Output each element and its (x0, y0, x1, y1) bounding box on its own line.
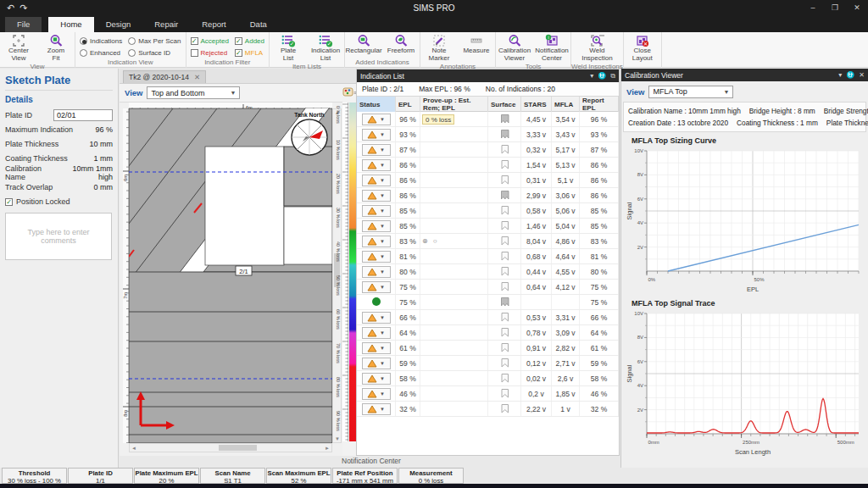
status-warning-button[interactable]: ▼ (362, 190, 391, 202)
status-warning-button[interactable]: ▼ (362, 312, 391, 324)
checkbox-icon[interactable]: ✓ (235, 49, 242, 57)
plate-id-input[interactable] (53, 109, 113, 121)
comments-input[interactable]: Type here to enter comments (5, 213, 112, 260)
indication-row[interactable]: ▼96 %0 % loss4,45 v3,54 v96 % (357, 112, 619, 127)
measure-button[interactable]: Measure (458, 33, 495, 55)
indication-row[interactable]: ▼86 %0,31 v5,1 v86 % (357, 173, 619, 188)
status-warning-button[interactable]: ▼ (362, 144, 391, 156)
horizontal-scrollbar[interactable]: ◄ ► (129, 443, 332, 452)
pin-icon[interactable]: ⛎ (598, 72, 606, 80)
note-marker-button[interactable]: NoteMarker (420, 33, 458, 63)
redo-icon[interactable]: ↷ (19, 3, 27, 14)
status-warning-button[interactable]: ▼ (362, 327, 391, 339)
plate-list-button[interactable]: ✓PlateList (270, 33, 307, 63)
zoom-fit-button[interactable]: ZoomFit (37, 33, 75, 63)
close-layout-button[interactable]: ✕CloseLayout (624, 33, 661, 63)
status-warning-button[interactable]: ▼ (362, 114, 391, 125)
indication-row[interactable]: ▼46 %0,2 v1,85 v46 % (357, 386, 619, 402)
tab-data[interactable]: Data (238, 17, 279, 32)
popout-icon[interactable]: ⧉ (610, 72, 615, 80)
freeform-button[interactable]: Freeform (382, 33, 420, 55)
undo-icon[interactable]: ↶ (7, 3, 14, 14)
notification-center-button[interactable]: iNotificationCenter (533, 33, 570, 63)
radio-icon[interactable] (80, 49, 87, 57)
plate-sketch-canvas[interactable]: 2/1 Tank North (129, 108, 332, 443)
status-warning-button[interactable]: ▼ (362, 342, 391, 354)
rectangular-button[interactable]: Rectangular (345, 33, 382, 55)
column-header-mfla[interactable]: MFLA (552, 97, 580, 112)
tab-report[interactable]: Report (190, 17, 238, 32)
column-header-report-epl[interactable]: Report EPL (580, 97, 619, 112)
checkbox-icon[interactable]: ✓ (191, 37, 198, 45)
indication-row[interactable]: ▼61 %0,91 v2,82 v61 % (357, 341, 619, 356)
position-locked-checkbox[interactable]: ✓ (5, 198, 13, 206)
checkbox-rejected[interactable]: Rejected (191, 49, 229, 57)
tab-file[interactable]: File (5, 17, 42, 32)
panel-menu-icon[interactable]: ▾ (838, 71, 842, 79)
column-header-surface[interactable]: Surface (488, 97, 521, 112)
status-warning-button[interactable]: ▼ (362, 220, 391, 232)
indication-row[interactable]: ▼87 %0,32 v5,17 v87 % (357, 142, 619, 158)
checkbox-added[interactable]: ✓Added (235, 37, 264, 45)
column-header-status[interactable]: Status (357, 97, 396, 112)
radio-icon[interactable] (80, 37, 87, 45)
indication-list-button[interactable]: ✓IndicationList (307, 33, 344, 63)
column-header-stars[interactable]: STARS (521, 97, 552, 112)
indication-row[interactable]: ▼85 %0,58 v5,06 v85 % (357, 203, 619, 219)
tab-home[interactable]: Home (48, 17, 93, 32)
radio-indications[interactable]: Indications (80, 37, 122, 45)
palette-icon[interactable]: ≡ (342, 86, 356, 99)
indication-row[interactable]: ▼80 %0,44 v4,55 v80 % (357, 264, 619, 280)
pin-icon[interactable]: ⛎ (846, 71, 854, 79)
indication-row[interactable]: ▼86 %2,99 v3,06 v86 % (357, 188, 619, 203)
indication-row[interactable]: ▼86 %1,54 v5,13 v86 % (357, 158, 619, 173)
checkbox-mfla[interactable]: ✓MFLA (235, 49, 264, 57)
indication-row[interactable]: ▼75 %0,64 v4,12 v75 % (357, 280, 619, 295)
status-warning-button[interactable]: ▼ (362, 266, 391, 278)
close-panel-icon[interactable]: ✕ (859, 71, 865, 79)
notification-center-bar[interactable]: Notification Center (120, 456, 620, 468)
indication-row[interactable]: ▼64 %0,78 v3,09 v64 % (357, 325, 619, 341)
minimize-button[interactable]: – (802, 0, 824, 15)
radio-icon[interactable] (128, 49, 136, 57)
document-tab-close-icon[interactable]: ✕ (194, 73, 200, 81)
checkbox-icon[interactable] (191, 49, 198, 57)
status-warning-button[interactable]: ▼ (362, 403, 391, 415)
radio-enhanced[interactable]: Enhanced (80, 49, 122, 57)
radio-max-per-scan[interactable]: Max Per Scan (128, 37, 181, 45)
indication-row[interactable]: 75 %75 % (357, 295, 619, 310)
close-button[interactable]: ✕ (846, 0, 868, 15)
checkbox-icon[interactable]: ✓ (235, 37, 242, 45)
tab-repair[interactable]: Repair (142, 17, 190, 32)
indication-row[interactable]: ▼93 %3,33 v3,43 v93 % (357, 127, 619, 142)
status-warning-button[interactable]: ▼ (362, 251, 391, 263)
view-mode-select[interactable]: Top and Bottom▼ (147, 86, 240, 99)
radio-icon[interactable] (128, 37, 136, 45)
indication-row[interactable]: ▼32 %2,22 v1 v32 % (357, 402, 619, 417)
status-warning-button[interactable]: ▼ (362, 159, 391, 171)
status-warning-button[interactable]: ▼ (362, 281, 391, 293)
indication-row[interactable]: ▼59 %0,12 v2,71 v59 % (357, 356, 619, 371)
indication-row[interactable]: ▼81 %0,68 v4,64 v81 % (357, 249, 619, 264)
tab-design[interactable]: Design (94, 17, 143, 32)
status-warning-button[interactable]: ▼ (362, 358, 391, 369)
status-warning-button[interactable]: ▼ (362, 175, 391, 186)
status-warning-button[interactable]: ▼ (362, 129, 391, 141)
indication-row[interactable]: ▼66 %0,53 v3,31 v66 % (357, 310, 619, 325)
document-tab[interactable]: Tk2 @ 2020-10-14 ✕ (123, 70, 206, 83)
calibration-viewer-button[interactable]: CalibrationViewer (496, 33, 533, 63)
status-warning-button[interactable]: ▼ (362, 205, 391, 217)
panel-menu-icon[interactable]: ▾ (590, 72, 593, 80)
center-view-button[interactable]: CenterView (0, 33, 37, 63)
status-warning-button[interactable]: ▼ (362, 236, 391, 247)
status-warning-button[interactable]: ▼ (362, 388, 391, 400)
maximize-button[interactable]: ❐ (824, 0, 846, 15)
checkbox-accepted[interactable]: ✓Accepted (191, 37, 229, 45)
indication-row[interactable]: ▼58 %0,02 v2,6 v58 % (357, 371, 619, 386)
status-warning-button[interactable]: ▼ (362, 373, 391, 385)
indication-row[interactable]: ▼83 %⊗○8,04 v4,86 v83 % (357, 234, 619, 249)
column-header-prove-up-est-rem-epl[interactable]: Prove-up : Est. Rem; EPL (420, 97, 488, 112)
weld-inspection-button[interactable]: WeldInspection (578, 33, 615, 63)
column-header-epl[interactable]: EPL (396, 97, 420, 112)
radio-surface-id[interactable]: Surface ID (128, 49, 181, 57)
